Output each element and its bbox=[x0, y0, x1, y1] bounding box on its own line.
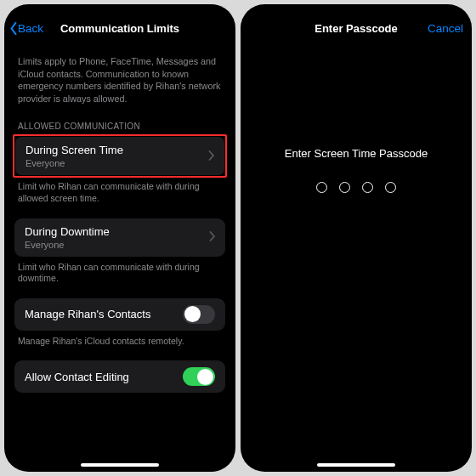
footer-text-1: Limit who Rihan can communicate with dur… bbox=[18, 181, 222, 204]
during-downtime-cell[interactable]: During Downtime Everyone bbox=[14, 218, 225, 257]
home-indicator[interactable] bbox=[81, 463, 159, 467]
passcode-dot bbox=[385, 182, 396, 193]
chevron-right-icon bbox=[208, 149, 214, 164]
footer-text-2: Limit who Rihan can communicate with dur… bbox=[18, 262, 222, 285]
passcode-dot bbox=[362, 182, 373, 193]
back-label: Back bbox=[18, 22, 43, 35]
footer-text-3: Manage Rihan's iCloud contacts remotely. bbox=[18, 336, 222, 348]
manage-contacts-switch[interactable] bbox=[183, 305, 215, 324]
content: Limits apply to Phone, FaceTime, Message… bbox=[4, 43, 235, 472]
allow-editing-switch[interactable] bbox=[183, 367, 215, 386]
cell-subtitle: Everyone bbox=[25, 240, 110, 250]
manage-contacts-cell[interactable]: Manage Rihan's Contacts bbox=[14, 298, 225, 331]
cell-title: During Screen Time bbox=[26, 144, 123, 156]
chevron-left-icon bbox=[9, 21, 18, 36]
cell-title: Allow Contact Editing bbox=[25, 371, 129, 383]
cancel-button[interactable]: Cancel bbox=[428, 22, 463, 35]
section-header: ALLOWED COMMUNICATION bbox=[18, 122, 222, 131]
phone-right: Enter Passcode Cancel Enter Screen Time … bbox=[241, 4, 472, 472]
passcode-prompt: Enter Screen Time Passcode bbox=[285, 147, 428, 160]
passcode-area: Enter Screen Time Passcode bbox=[241, 147, 472, 472]
highlight-box: During Screen Time Everyone bbox=[13, 134, 227, 178]
chevron-right-icon bbox=[209, 230, 215, 245]
cell-title: Manage Rihan's Contacts bbox=[25, 308, 150, 320]
home-indicator[interactable] bbox=[317, 463, 395, 467]
passcode-dots[interactable] bbox=[316, 182, 396, 193]
passcode-dot bbox=[339, 182, 350, 193]
cell-title: During Downtime bbox=[25, 225, 110, 238]
nav-bar: Back Communication Limits bbox=[4, 4, 235, 43]
back-button[interactable]: Back bbox=[9, 21, 43, 36]
phone-left: Back Communication Limits Limits apply t… bbox=[4, 4, 235, 472]
during-screen-time-cell[interactable]: During Screen Time Everyone bbox=[15, 137, 224, 175]
allow-contact-editing-cell[interactable]: Allow Contact Editing bbox=[14, 360, 225, 393]
nav-bar: Enter Passcode Cancel bbox=[241, 4, 472, 43]
cell-subtitle: Everyone bbox=[26, 158, 123, 168]
intro-text: Limits apply to Phone, FaceTime, Message… bbox=[18, 55, 222, 105]
passcode-dot bbox=[316, 182, 327, 193]
